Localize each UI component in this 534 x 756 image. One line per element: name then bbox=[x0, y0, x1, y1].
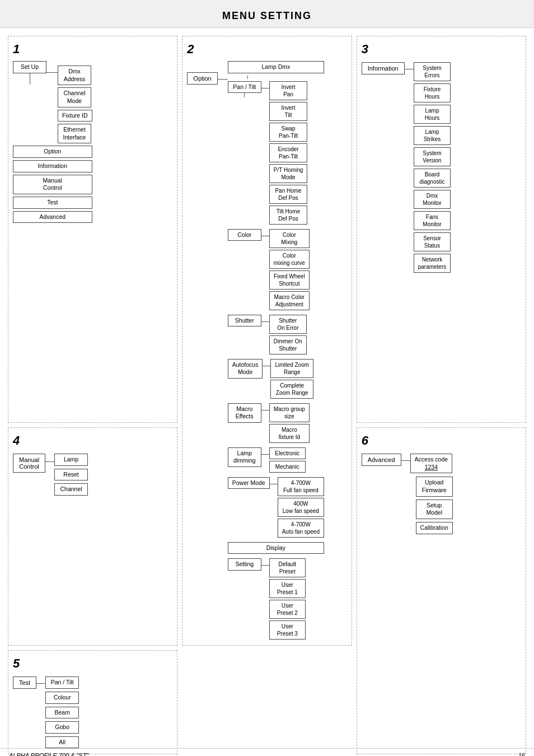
mechanic-node: Mechanic bbox=[269, 461, 306, 473]
section-num-3: 3 bbox=[362, 42, 521, 57]
colour-node-s5: Colour bbox=[45, 692, 79, 704]
page-title: MENU SETTING bbox=[0, 10, 534, 22]
display-node: Display bbox=[228, 542, 324, 554]
4-700w-auto-fan-node: 4-700WAuto fan speed bbox=[278, 519, 324, 538]
channel-mode-node: ChannelMode bbox=[58, 87, 91, 107]
calibration-node: Calibration bbox=[416, 522, 453, 534]
user-preset-1-node: UserPreset 1 bbox=[269, 579, 306, 598]
gobo-node-s5: Gobo bbox=[45, 721, 79, 734]
information-node-s1: Information bbox=[13, 160, 92, 172]
user-preset-3-node: UserPreset 3 bbox=[269, 620, 306, 640]
pan-home-def-pos-node: Pan HomeDef Pos bbox=[269, 185, 308, 204]
swap-pan-tilt-node: SwapPan-Tilt bbox=[269, 123, 308, 142]
section-num-1: 1 bbox=[13, 42, 172, 57]
complete-zoom-range-node: CompleteZoom Range bbox=[270, 380, 313, 399]
lamp-dimming-node: Lampdimming bbox=[228, 447, 261, 467]
ethernet-interface-node: EthernetInterface bbox=[58, 124, 91, 143]
color-node: Color bbox=[228, 229, 261, 241]
macro-effects-node: MacroEffects bbox=[228, 403, 261, 423]
sensor-status-node: SensorStatus bbox=[414, 232, 451, 251]
encoder-pan-tilt-node: EncoderPan-Tilt bbox=[269, 143, 308, 162]
power-mode-node: Power Mode bbox=[228, 477, 270, 489]
electronic-node: Electronic bbox=[269, 447, 306, 459]
channel-node-s4: Channel bbox=[54, 483, 88, 496]
macro-fixture-id-node: Macrofixture Id bbox=[269, 424, 310, 443]
tilt-home-def-pos-node: Tilt HomeDef Pos bbox=[269, 206, 308, 225]
lamp-strikes-node: LampStrikes bbox=[414, 126, 451, 145]
fixed-wheel-shortcut-node: Fixed WheelShortcut bbox=[269, 270, 310, 290]
default-preset-node: DefaultPreset bbox=[269, 558, 306, 577]
advanced-node-s1: Advanced bbox=[13, 211, 92, 223]
section-5: 5 Test Pan / Tilt Colour Beam Gobo All bbox=[8, 650, 177, 754]
all-node-s5: All bbox=[45, 736, 79, 749]
access-code-node: Access code1234 bbox=[410, 454, 453, 473]
test-node-s1: Test bbox=[13, 197, 92, 209]
section-num-4: 4 bbox=[13, 433, 172, 448]
dimmer-on-shutter-node: Dimmer OnShutter bbox=[269, 335, 307, 354]
footer-page-number: 16 bbox=[518, 752, 525, 756]
section-num-6: 6 bbox=[362, 433, 521, 448]
upload-firmware-node: UploadFirmware bbox=[416, 477, 453, 496]
test-root-s5: Test bbox=[13, 676, 36, 689]
section-6: 6 Advanced Access code1234 UploadFirmwar… bbox=[357, 427, 526, 754]
section-num-2: 2 bbox=[187, 42, 346, 57]
manual-control-node-s1: ManualControl bbox=[13, 175, 92, 194]
400w-low-fan-node: 400WLow fan speed bbox=[278, 498, 324, 517]
macro-color-adjustment-node: Macro ColorAdjustment bbox=[269, 291, 310, 310]
footer-left: ALPHA PROFILE 700 & "ST" bbox=[9, 752, 89, 756]
advanced-root-s6: Advanced bbox=[362, 454, 401, 466]
reset-node-s4: Reset bbox=[54, 469, 88, 481]
limited-zoom-range-node: Limited ZoomRange bbox=[270, 359, 313, 378]
invert-tilt-node: InvertTilt bbox=[269, 102, 308, 121]
section-2: 2 Option Lamp Dmx Pan / Tilt bbox=[182, 36, 352, 646]
pan-tilt-node: Pan / Tilt bbox=[228, 81, 261, 94]
network-parameters-node: Networkparameters bbox=[414, 254, 451, 273]
section-num-5: 5 bbox=[13, 656, 172, 671]
dmx-address-node: DmxAddress bbox=[58, 66, 91, 85]
fixture-id-node: Fixture ID bbox=[58, 110, 92, 122]
lamp-dmx-node: Lamp Dmx bbox=[228, 61, 324, 73]
option-root-s2: Option bbox=[187, 72, 217, 85]
4-700w-full-fan-node: 4-700WFull fan speed bbox=[278, 477, 324, 496]
macro-group-size-node: Macro groupsize bbox=[269, 403, 310, 422]
system-version-node: SystemVersion bbox=[414, 147, 451, 166]
pan-tilt-node-s5: Pan / Tilt bbox=[45, 676, 79, 689]
page-header: MENU SETTING bbox=[0, 0, 534, 28]
shutter-node: Shutter bbox=[228, 315, 261, 327]
pt-homing-mode-node: P/T HomingMode bbox=[269, 164, 308, 183]
section-3: 3 Information SystemErrors FixtureHours … bbox=[357, 36, 526, 423]
setup-node: Set Up bbox=[13, 61, 46, 73]
fixture-hours-node: FixtureHours bbox=[414, 83, 451, 102]
setting-node: Setting bbox=[228, 558, 261, 571]
dmx-monitor-node: DmxMonitor bbox=[414, 190, 451, 209]
section-1: 1 Set Up DmxAddress bbox=[8, 36, 177, 423]
system-errors-node: SystemErrors bbox=[414, 62, 451, 81]
autofocus-mode-node: AutofocusMode bbox=[228, 359, 263, 379]
manual-control-root-s4: ManualControl bbox=[13, 454, 45, 473]
board-diagnostic-node: Boarddiagnostic bbox=[414, 169, 451, 188]
setup-model-node: SetupModel bbox=[416, 500, 453, 519]
fans-monitor-node: FansMonitor bbox=[414, 211, 451, 230]
section-4: 4 ManualControl Lamp Reset Channel bbox=[8, 427, 177, 646]
shutter-on-error-node: ShutterOn Error bbox=[269, 315, 307, 334]
invert-pan-node: InvertPan bbox=[269, 81, 308, 100]
information-root-s3: Information bbox=[362, 62, 405, 74]
option-node-s1: Option bbox=[13, 146, 92, 158]
page-footer: ALPHA PROFILE 700 & "ST" 16 bbox=[0, 748, 534, 756]
color-mixing-node: ColorMixing bbox=[269, 229, 310, 248]
lamp-hours-node: LampHours bbox=[414, 105, 451, 124]
color-mixing-curve-node: Colormixing curve bbox=[269, 250, 310, 269]
lamp-node-s4: Lamp bbox=[54, 454, 88, 466]
beam-node-s5: Beam bbox=[45, 707, 79, 719]
user-preset-2-node: UserPreset 2 bbox=[269, 600, 306, 619]
